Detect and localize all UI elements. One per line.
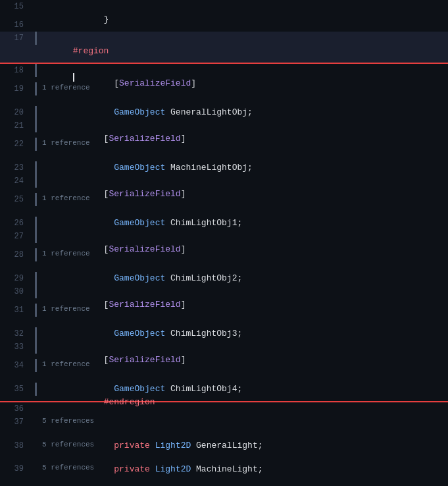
code-line-35: 35 #endregion — [0, 383, 448, 402]
line-number: 25 — [0, 193, 32, 206]
line-number: 38 — [0, 439, 32, 452]
line-number: 16 — [0, 18, 32, 32]
code-line-31: 31 1 reference GameObject ChimLightObj3; — [0, 304, 448, 327]
reference-hint: 5 references — [39, 462, 448, 473]
code-editor: 15 } 16 17 #region 18 [Seriali — [0, 0, 448, 486]
gutter — [32, 106, 39, 119]
line-number: 26 — [0, 217, 32, 230]
gutter-bar — [35, 327, 37, 340]
gutter — [32, 64, 39, 77]
line-number: 32 — [0, 327, 32, 340]
reference-hint: 1 reference — [39, 359, 448, 369]
gutter — [32, 248, 39, 261]
gutter-bar — [35, 175, 37, 188]
code-line-16: 16 — [0, 18, 448, 32]
reference-hint: 1 reference — [39, 304, 448, 314]
code-line-38: 38 5 references private Light2D MachineL… — [0, 439, 448, 463]
line-number: 31 — [0, 304, 32, 317]
gutter — [32, 82, 39, 95]
reference-hint: 1 reference — [39, 138, 448, 148]
code-line-39: 39 5 references private Light2D ChimLigh… — [0, 462, 448, 486]
gutter — [32, 217, 39, 230]
gutter-bar — [35, 161, 37, 175]
code-line-25: 25 1 reference GameObject ChimLightObj1; — [0, 193, 448, 217]
code-line-30: 30 [SerializeField] — [0, 285, 448, 304]
code-line-19: 19 1 reference GameObject GeneralLightOb… — [0, 82, 448, 106]
line-number: 15 — [0, 0, 32, 13]
line-number: 24 — [0, 175, 32, 188]
line-number: 17 — [0, 32, 32, 45]
gutter — [32, 119, 39, 132]
gutter-bar — [35, 340, 37, 354]
line-number: 23 — [0, 161, 32, 175]
line-number: 29 — [0, 272, 32, 285]
reference-hint: 1 reference — [39, 248, 448, 259]
gutter-bar — [35, 193, 37, 206]
code-token: #region — [73, 46, 109, 56]
gutter-bar — [35, 82, 37, 95]
gutter-bar — [35, 304, 37, 317]
code-line-33: 33 [SerializeField] — [0, 340, 448, 359]
code-line-26: 26 — [0, 217, 448, 230]
gutter — [32, 272, 39, 285]
gutter-bar — [35, 383, 37, 396]
gutter — [32, 230, 39, 243]
code-line-37: 37 5 references private Light2D GeneralL… — [0, 416, 448, 439]
reference-hint: 1 reference — [39, 82, 448, 93]
line-number: 39 — [0, 462, 32, 475]
line-number: 33 — [0, 340, 32, 354]
line-number: 37 — [0, 416, 32, 429]
line-number: 35 — [0, 383, 32, 396]
gutter-bar — [35, 217, 37, 230]
gutter — [32, 32, 39, 45]
line-number: 19 — [0, 82, 32, 95]
gutter — [32, 340, 39, 354]
gutter-bar — [35, 272, 37, 285]
gutter — [32, 138, 39, 151]
reference-hint: 5 references — [39, 416, 448, 426]
code-line-23: 23 — [0, 161, 448, 175]
code-line-32: 32 — [0, 327, 448, 340]
gutter — [32, 193, 39, 206]
code-line-20: 20 — [0, 106, 448, 119]
line-content: private Light2D ChimLight1; — [39, 473, 448, 486]
gutter-bar — [35, 64, 37, 77]
reference-hint: 5 references — [39, 439, 448, 450]
code-line-29: 29 — [0, 272, 448, 285]
gutter-bar — [35, 285, 37, 298]
gutter-bar — [35, 230, 37, 243]
code-line-36: 36 — [0, 402, 448, 416]
gutter — [32, 359, 39, 372]
code-line-22: 22 1 reference GameObject MachineLightOb… — [0, 138, 448, 161]
gutter-bar — [35, 106, 37, 119]
line-number: 22 — [0, 138, 32, 151]
line-number: 34 — [0, 359, 32, 372]
reference-hint: 1 reference — [39, 193, 448, 203]
gutter-bar — [35, 119, 37, 132]
line-number: 20 — [0, 106, 32, 119]
code-line-21: 21 [SerializeField] — [0, 119, 448, 138]
gutter — [32, 383, 39, 396]
gutter — [32, 304, 39, 317]
gutter-bar — [35, 248, 37, 261]
line-number: 30 — [0, 285, 32, 298]
line-number: 36 — [0, 402, 32, 416]
gutter-bar — [35, 32, 37, 45]
line-number: 27 — [0, 230, 32, 243]
gutter-bar — [35, 138, 37, 151]
code-line-18: 18 [SerializeField] — [0, 64, 448, 82]
gutter — [32, 327, 39, 340]
code-line-24: 24 [SerializeField] — [0, 175, 448, 193]
line-number: 21 — [0, 119, 32, 132]
code-line-34: 34 1 reference GameObject ChimLightObj4; — [0, 359, 448, 383]
gutter — [32, 161, 39, 175]
gutter — [32, 285, 39, 298]
code-line-28: 28 1 reference GameObject ChimLightObj2; — [0, 248, 448, 272]
gutter-bar — [35, 359, 37, 372]
line-number: 28 — [0, 248, 32, 261]
gutter — [32, 175, 39, 188]
code-line-15: 15 } — [0, 0, 448, 18]
line-number: 18 — [0, 64, 32, 77]
code-line-17: 17 #region — [0, 32, 448, 64]
code-line-27: 27 [SerializeField] — [0, 230, 448, 248]
